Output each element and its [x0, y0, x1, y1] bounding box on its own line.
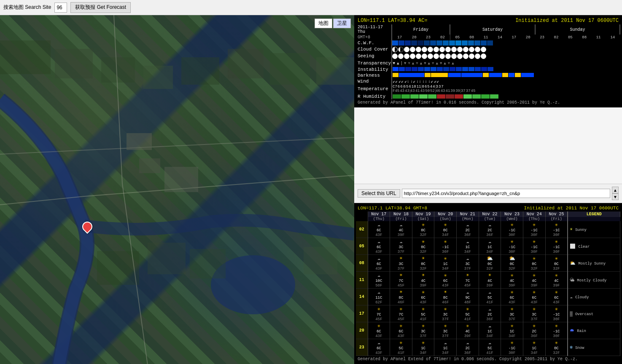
- coordinate-input[interactable]: [54, 3, 67, 13]
- weather-cell: ✳0C32F: [412, 238, 434, 255]
- instability-row: Instability: [356, 67, 620, 72]
- weather-cell: ☀3C37F: [390, 255, 412, 272]
- url-input[interactable]: [402, 189, 610, 198]
- weather-cell: ☁2C36F: [479, 305, 501, 322]
- weather-cell: ✳4C39F: [523, 272, 545, 289]
- weather-cell: ✳-1C30F: [434, 238, 457, 255]
- weather-cell: ☁3C37F: [390, 238, 412, 255]
- weather-cell: ✳6C43F: [523, 289, 545, 305]
- humidity-row: R Humidity: [356, 94, 620, 99]
- get-forecast-button[interactable]: 获取预报 Get Forecast: [70, 2, 131, 13]
- weather-cell: ✳6C43F: [545, 289, 568, 305]
- hour-label: 08: [356, 255, 368, 272]
- legend-cell: ❄ Snow: [568, 339, 620, 356]
- weather-cell: ✳6C43F: [501, 289, 523, 305]
- legend-cell: ▓ Overcast: [568, 305, 620, 322]
- hour-label: 14: [356, 289, 368, 305]
- weather-cell: ☁1C34F: [479, 322, 501, 339]
- weather-cell: ☀8C46F: [390, 289, 412, 305]
- weather-row: 14☁11C62F☀8C46F✳6C43F☀8C46F☁9C48F☁5C41F✳…: [356, 289, 620, 305]
- gmt-label: GMT+8: [356, 35, 392, 40]
- weather-row: 17✳7C45F✳7C45F✳5C41F✳3C37F✳5C41F☁2C36F✳3…: [356, 305, 620, 322]
- weather-table: Nov 17 Nov 18 Nov 19 Nov 20 Nov 21 Nov 2…: [356, 211, 620, 356]
- hour-label: 23: [356, 339, 368, 356]
- weather-cell: ✳1C34F: [523, 339, 545, 356]
- wind-row: Wind ↙↙ ↙↙ ↙↓ ↓↙ ↓↓ ↓↓ ↓↙ ↙↙: [356, 78, 620, 84]
- weather-cell: ✳4C39F: [545, 272, 568, 289]
- hour-label: 20: [356, 322, 368, 339]
- weather-cell: ✳-1C30F: [545, 221, 568, 238]
- weather-cell: ✳5C41F: [412, 305, 434, 322]
- astro-init-time: Initialized at 2011 Nov 17 0600UTC: [515, 18, 619, 24]
- weather-cell: ✳-1C30F: [545, 238, 568, 255]
- weather-cell: ✳4C39F: [457, 322, 479, 339]
- map-view-button[interactable]: 地图: [315, 19, 332, 28]
- weather-footer-text: Generated by APanel Extend of 7Timer! in…: [358, 357, 578, 361]
- weather-row: 05☁6C43F☁3C37F✳0C32F✳-1C30F☁1C34F☁1C34F✳…: [356, 238, 620, 255]
- date-header-row: Nov 17 Nov 18 Nov 19 Nov 20 Nov 21 Nov 2…: [356, 211, 620, 217]
- middle-spacer: [354, 107, 622, 184]
- weather-cell: ✳0C32F: [545, 339, 568, 356]
- top-bar: 搜索地图 Search Site 获取预报 Get Forecast: [0, 0, 622, 15]
- weather-cell: ✳6C43F: [368, 322, 390, 339]
- weather-cell: ✳0C32F: [523, 255, 545, 272]
- legend-cell: ☁ Cloudy: [568, 289, 620, 305]
- saturday-label: Saturday: [450, 24, 535, 35]
- scroll-down-button[interactable]: ▼: [612, 193, 619, 200]
- weather-row: 20✳6C43F✳6C43F✳3C37F✳3C37F✳4C39F☁1C34F✳1…: [356, 322, 620, 339]
- weather-cell: ☁9C48F: [457, 289, 479, 305]
- weather-cell: ✳7C45F: [368, 305, 390, 322]
- url-bar: Select this URL ▲ ▼: [354, 184, 622, 203]
- date-label: 2011-11-17 Thu: [356, 24, 392, 35]
- weather-cell: ✳3C37F: [501, 305, 523, 322]
- weather-cell: ☀8C46F: [434, 289, 457, 305]
- weather-cell: ✳-1C30F: [501, 221, 523, 238]
- weather-cell: ✳3C37F: [412, 322, 434, 339]
- seeing-row: Seeing: [356, 53, 620, 59]
- weather-cell: ✳2C36F: [523, 322, 545, 339]
- weather-cell: ✳-1C30F: [523, 221, 545, 238]
- weather-row: 11☁10C50F☀7C45F☀4C39F✳6C43F☀7C45F☀4C39F✳…: [356, 272, 620, 289]
- weather-cell: ✳-1C30F: [501, 238, 523, 255]
- legend-cell: 🌥 Mostly Cloudy: [568, 272, 620, 289]
- weather-cell: ☁1C34F: [457, 238, 479, 255]
- cloud-cover-row: Cloud Cover: [356, 46, 620, 53]
- map-area[interactable]: 地图 卫星: [0, 15, 354, 364]
- hour-label: 17: [356, 305, 368, 322]
- search-site-label: 搜索地图 Search Site: [3, 4, 51, 11]
- astro-header: LON=117.1 LAT=38.94 AC= Initialized at 2…: [356, 17, 620, 24]
- astro-forecast-panel: LON=117.1 LAT=38.94 AC= Initialized at 2…: [354, 15, 622, 107]
- weather-cell: ☀4C39F: [412, 272, 434, 289]
- weather-cell: ☁1C34F: [479, 238, 501, 255]
- weather-cell: ☁5C41F: [479, 289, 501, 305]
- weather-cell: ✳6C43F: [412, 289, 434, 305]
- scroll-up-button[interactable]: ▲: [612, 187, 619, 193]
- main-content: 地图 卫星 LON=117.1 LAT=38.94 AC= Initialize…: [0, 15, 622, 364]
- weather-cell: ⛅0C32F: [501, 255, 523, 272]
- hour-label: 02: [356, 221, 368, 238]
- select-url-button[interactable]: Select this URL: [358, 189, 400, 198]
- weather-footer: Generated by APanel Extend of 7Timer! in…: [356, 356, 620, 362]
- map-location-marker[interactable]: [82, 222, 91, 233]
- weather-cell: ✳7C45F: [390, 305, 412, 322]
- weather-cell: ☁2C36F: [457, 339, 479, 356]
- legend-cell: ⬜ Clear: [568, 238, 620, 255]
- satellite-view-button[interactable]: 卫星: [333, 19, 351, 28]
- astro-table: 2011-11-17 Thu Friday Saturday Sunday GM…: [356, 24, 620, 99]
- astro-coords: LON=117.1 LAT=38.94 AC=: [358, 18, 428, 24]
- weather-cell: ☁10C50F: [368, 272, 390, 289]
- right-panel: LON=117.1 LAT=38.94 AC= Initialized at 2…: [354, 15, 622, 364]
- time-row: GMT+8 17 20 23 02 05 08 11 14 17 20 23 0…: [356, 35, 620, 40]
- weather-cell: ✳3C37F: [523, 305, 545, 322]
- weather-cell: ✳-1C30F: [501, 339, 523, 356]
- weather-cell: ☁6C43F: [368, 221, 390, 238]
- date-header-row: 2011-11-17 Thu Friday Saturday Sunday: [356, 24, 620, 35]
- weather-cell: ☁1C34F: [434, 339, 457, 356]
- weather-cell: ☁5C41F: [479, 339, 501, 356]
- weather-cell: ✳5C41F: [457, 305, 479, 322]
- astro-footer: Generated by APanel of 7Timer! in 0.016 …: [356, 99, 620, 106]
- astro-footer-text: Generated by APanel of 7Timer! in 0.016 …: [358, 100, 560, 105]
- weather-init-time: Initialized at 2011 Nov 17 0600UTC: [524, 206, 619, 211]
- weather-cell: ☁4C39F: [390, 221, 412, 238]
- weather-cell: ☁6C43F: [368, 255, 390, 272]
